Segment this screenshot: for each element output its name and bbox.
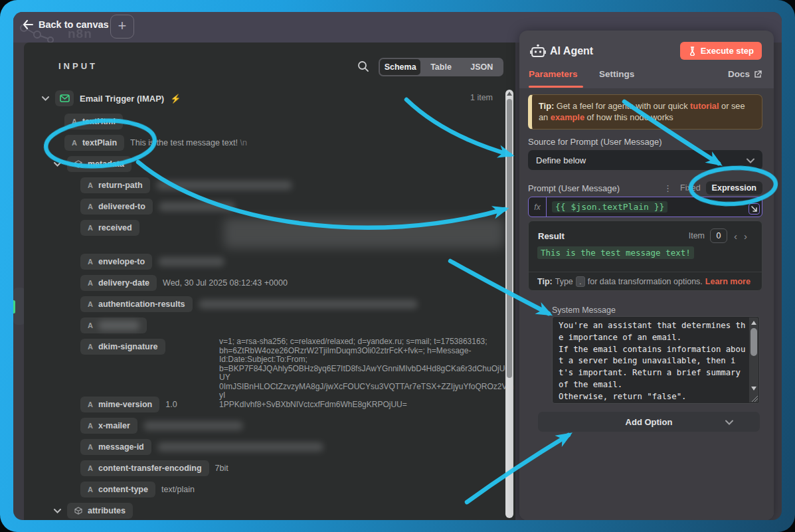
ai-agent-panel: AI Agent Execute step Parameters Setting… <box>519 31 774 520</box>
scrollbar-thumb[interactable] <box>507 99 512 378</box>
source-for-prompt-select[interactable]: Define below <box>528 150 762 170</box>
string-type-icon: A <box>72 139 77 147</box>
system-message-textarea[interactable]: You're an assistant that determines the … <box>552 316 760 404</box>
expression-toggle[interactable]: Expression <box>706 181 762 195</box>
dkim-signature-value: v=1; a=rsa-sha256; c=relaxed/relaxed; d=… <box>219 337 514 409</box>
redacted-value <box>143 421 243 430</box>
prompt-expression-input[interactable]: fx {{ $json.textPlain }} <box>528 197 762 217</box>
system-message-value: You're an assistant that determines the … <box>559 320 748 401</box>
schema-row-dkim-signature[interactable]: Adkim-signature <box>80 339 165 355</box>
schema-root-label: Email Trigger (IMAP) <box>80 94 164 104</box>
chevron-down-icon <box>725 417 733 427</box>
string-type-icon: A <box>72 118 77 126</box>
schema-root-row[interactable]: Email Trigger (IMAP) ⚡ <box>41 90 181 106</box>
search-icon[interactable] <box>357 60 369 72</box>
chevron-down-icon <box>747 155 754 165</box>
learn-more-link[interactable]: Learn more <box>705 277 751 286</box>
input-panel: INPUT Schema Table JSON 1 item Email Tri… <box>24 43 515 520</box>
schema-row-authentication-results[interactable]: Aauthentication-results <box>80 296 418 312</box>
system-message-scrollbar[interactable] <box>749 317 758 402</box>
redacted-value <box>156 181 292 190</box>
chevron-down-icon[interactable] <box>53 162 61 167</box>
robot-icon <box>530 44 546 58</box>
fx-icon: fx <box>529 197 547 217</box>
string-type-icon: A <box>88 422 93 430</box>
object-type-icon <box>74 160 82 168</box>
add-option-button[interactable]: Add Option <box>538 412 760 432</box>
execute-step-button[interactable]: Execute step <box>680 42 762 60</box>
resize-handle[interactable] <box>751 395 758 402</box>
tab-schema[interactable]: Schema <box>380 59 420 75</box>
scrollbar-down-arrow[interactable] <box>751 387 756 391</box>
tab-json[interactable]: JSON <box>462 59 502 75</box>
scrollbar-up-arrow[interactable] <box>507 92 512 96</box>
email-trigger-icon <box>55 90 74 106</box>
redacted-value <box>157 442 323 452</box>
redacted-value <box>158 257 224 266</box>
schema-row-texthtml[interactable]: AtextHtml <box>64 114 123 130</box>
string-type-icon: A <box>88 343 93 351</box>
schema-row-mime-version[interactable]: Amime-version 1.0 <box>80 397 177 412</box>
schema-row-delivery-date[interactable]: Adelivery-date Wed, 30 Jul 2025 08:12:43… <box>80 275 288 291</box>
agent-title: AI Agent <box>550 45 593 57</box>
tutorial-link[interactable]: tutorial <box>690 101 719 111</box>
tab-table[interactable]: Table <box>420 59 461 75</box>
prev-item-icon[interactable]: ‹ <box>734 230 744 242</box>
schema-row-envelope-to[interactable]: Aenvelope-to <box>80 254 224 270</box>
object-type-icon <box>74 507 82 515</box>
redacted-key <box>98 321 139 330</box>
string-type-icon: A <box>88 486 93 493</box>
chevron-down-icon[interactable] <box>53 509 61 513</box>
tab-parameters[interactable]: Parameters <box>529 69 578 79</box>
schema-row-content-type[interactable]: Acontent-type text/plain <box>80 482 195 497</box>
string-type-icon: A <box>88 224 93 232</box>
string-type-icon: A <box>88 321 93 329</box>
redacted-value <box>199 300 418 309</box>
schema-row-received[interactable]: Areceived <box>80 220 139 236</box>
schema-row-message-id[interactable]: Amessage-id <box>80 439 323 455</box>
docs-link[interactable]: Docs <box>728 69 762 79</box>
example-link[interactable]: example <box>551 112 584 122</box>
schema-row-textplain[interactable]: AtextPlain This is the test message text… <box>64 135 247 151</box>
result-label: Result <box>538 231 565 241</box>
node-connector-pin <box>13 300 15 313</box>
string-type-icon: A <box>88 464 93 472</box>
redacted-value-block <box>224 218 504 248</box>
schema-row-delivered-to[interactable]: Adelivered-to <box>80 199 235 215</box>
tab-settings[interactable]: Settings <box>599 69 634 79</box>
options-menu-icon[interactable]: ⋮ <box>663 183 672 193</box>
expand-expression-icon[interactable] <box>749 203 760 215</box>
item-label: Item <box>689 231 705 240</box>
agent-header: AI Agent Execute step Parameters Setting… <box>519 31 774 88</box>
string-type-icon: A <box>88 203 93 211</box>
schema-row-x-mailer[interactable]: Ax-mailer <box>80 418 243 434</box>
item-count: 1 item <box>470 93 493 102</box>
add-node-button[interactable]: + <box>110 15 134 39</box>
back-arrow-icon <box>23 20 33 29</box>
transformation-tip: Tip: Type . for data transformation opti… <box>529 272 762 290</box>
input-scrollbar[interactable] <box>505 90 513 518</box>
item-index-input[interactable]: 0 <box>710 228 727 243</box>
scrollbar-thumb[interactable] <box>751 328 757 356</box>
screenshot-frame: n8n Back to canvas + INPUT Schema Table … <box>0 0 795 532</box>
schema-row-content-transfer-encoding[interactable]: Acontent-transfer-encoding 7bit <box>80 460 228 476</box>
schema-row-metadata[interactable]: metadata <box>53 156 132 172</box>
chevron-down-icon[interactable] <box>41 96 49 101</box>
scrollbar-up-arrow[interactable] <box>751 321 756 325</box>
system-message-label: System Message <box>552 306 616 315</box>
app-window: n8n Back to canvas + INPUT Schema Table … <box>13 12 782 520</box>
source-for-prompt-label: Source for Prompt (User Message) <box>528 137 662 147</box>
back-label: Back to canvas <box>39 19 109 30</box>
schema-row-return-path[interactable]: Areturn-path <box>80 177 292 193</box>
result-value: This is the test message text! <box>537 246 694 259</box>
string-type-icon: A <box>88 443 93 451</box>
input-panel-title: INPUT <box>58 61 98 71</box>
flask-icon <box>688 46 697 56</box>
fixed-toggle[interactable]: Fixed <box>680 183 701 193</box>
string-type-icon: A <box>88 300 93 308</box>
prompt-label: Prompt (User Message) <box>528 183 620 193</box>
schema-row-redacted-key[interactable]: A <box>80 317 147 333</box>
schema-row-attributes[interactable]: attributes <box>53 503 133 519</box>
back-to-canvas-button[interactable]: Back to canvas <box>23 19 109 30</box>
next-item-icon[interactable]: › <box>744 230 754 242</box>
